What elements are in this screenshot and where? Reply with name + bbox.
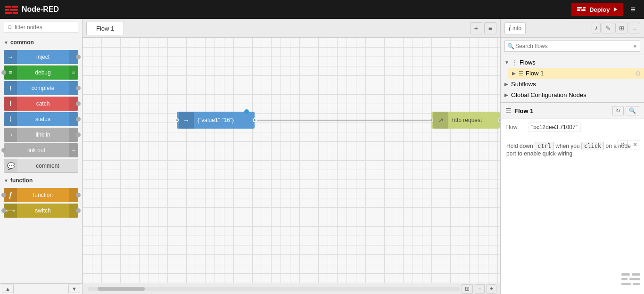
hamburger-button[interactable]: ≡ [627, 3, 639, 16]
info-refresh-button[interactable]: ↻ [612, 106, 624, 115]
tree-subflows-row[interactable]: ▶ Subflows [501, 79, 644, 90]
debug-port-left [1, 70, 6, 75]
node-panel-scroll-controls: ▲ ▼ [0, 283, 82, 294]
node-status[interactable]: ⌇ status [4, 112, 78, 126]
node-catch[interactable]: ! catch [4, 97, 78, 111]
common-label: common [10, 39, 34, 46]
svg-rect-13 [629, 278, 640, 280]
help-text-part2: when you [554, 143, 581, 149]
function-label: function [10, 177, 33, 184]
canvas-area: Flow 1 + ≡ → {"value1":"16"} [83, 19, 500, 294]
node-inject[interactable]: → inject [4, 50, 78, 64]
search-flows-input[interactable] [504, 41, 640, 52]
right-menu-button[interactable]: ≡ [629, 23, 640, 33]
inject-port-right [76, 55, 81, 59]
subflows-chevron: ▶ [504, 82, 508, 87]
help-controls: ↺ ✕ [618, 140, 640, 149]
comment-label: comment [17, 163, 78, 169]
help-close-button[interactable]: ✕ [630, 140, 640, 149]
link-in-icon: → [4, 128, 17, 142]
canvas-icon-button[interactable]: ⊞ [462, 284, 473, 294]
svg-rect-12 [621, 278, 627, 280]
deploy-label: Deploy [589, 6, 610, 13]
svg-rect-3 [10, 9, 18, 11]
canvas-scrollbar[interactable] [88, 287, 460, 291]
flow1-icon: ☰ [519, 70, 524, 77]
complete-label: complete [17, 85, 69, 91]
link-out-label: link out [4, 147, 69, 154]
svg-rect-4 [5, 12, 12, 14]
zoom-out-button[interactable]: − [475, 284, 485, 294]
right-search-area: 🔍 ▼ [501, 38, 644, 55]
link-out-port-left [1, 148, 6, 153]
svg-rect-7 [583, 7, 586, 8]
flow-connections-svg [83, 38, 500, 283]
add-flow-button[interactable]: + [470, 22, 482, 34]
node-comment[interactable]: 💬 comment [4, 159, 78, 173]
catch-icon: ! [4, 97, 17, 111]
right-tab-info[interactable]: i info [504, 22, 526, 34]
svg-rect-11 [632, 273, 640, 276]
function-port-right [76, 193, 81, 197]
status-label: status [17, 116, 69, 122]
catch-label: catch [17, 100, 69, 107]
category-function[interactable]: ▼ function [0, 174, 82, 187]
node-link-out[interactable]: link out → [4, 143, 78, 157]
category-common[interactable]: ▼ common [0, 36, 82, 49]
help-click-kbd: click [581, 142, 604, 150]
switch-port-right [76, 208, 81, 213]
canvas-scrollbar-thumb [98, 287, 145, 291]
comment-icon: 💬 [4, 159, 17, 172]
node-function[interactable]: ƒ function [4, 188, 78, 202]
common-chevron: ▼ [4, 40, 8, 45]
global-config-label: Global Configuration Nodes [511, 91, 640, 98]
status-icon: ⌇ [4, 112, 17, 126]
node-switch[interactable]: ⟷ switch [4, 204, 78, 218]
canvas-http-request-node[interactable]: ↗ http request [431, 112, 500, 129]
http-canvas-label: http request [448, 117, 498, 123]
svg-rect-0 [5, 6, 11, 8]
tree-global-config-row[interactable]: ▶ Global Configuration Nodes [501, 90, 644, 100]
http-canvas-port-left [429, 118, 433, 122]
search-dropdown-arrow: ▼ [633, 44, 637, 49]
right-info-button[interactable]: i [592, 23, 601, 33]
catch-port-right [76, 101, 81, 106]
node-complete[interactable]: ! complete [4, 81, 78, 95]
http-canvas-icon: ↗ [433, 112, 448, 129]
function-node-label: function [17, 192, 69, 198]
svg-rect-14 [621, 283, 631, 285]
scroll-up-button[interactable]: ▲ [2, 285, 14, 293]
canvas-bottom-bar: ⊞ − + [83, 283, 500, 294]
deploy-button[interactable]: Deploy [571, 3, 623, 16]
zoom-in-button[interactable]: + [487, 284, 496, 294]
tree-flows-row[interactable]: ▼ ⋮ Flows [501, 57, 644, 68]
flow-menu-button[interactable]: ≡ [484, 22, 496, 34]
inject-canvas-port-right [253, 118, 256, 122]
node-list: ▼ common → inject ≡ debug ≡ [0, 36, 82, 283]
inject-icon: → [4, 50, 17, 64]
svg-rect-2 [5, 9, 9, 11]
watermark-icon [621, 272, 640, 290]
app-name: Node-RED [22, 5, 59, 14]
right-panel-tabs: i info i ✎ ⊞ ≡ [501, 19, 644, 38]
flow-tab-1[interactable]: Flow 1 [86, 22, 124, 35]
node-debug[interactable]: ≡ debug ≡ [4, 65, 78, 80]
node-link-in[interactable]: → link in [4, 128, 78, 142]
canvas-zoom-controls: ⊞ − + [462, 284, 496, 294]
canvas-inject-node[interactable]: → {"value1":"16"} [177, 112, 255, 129]
flows-tree: ▼ ⋮ Flows ▶ ☰ Flow 1 ▶ Subflows ▶ Global… [501, 55, 644, 103]
top-right-controls: Deploy ≡ [571, 3, 639, 16]
filter-nodes-input[interactable] [4, 22, 78, 33]
flow-canvas[interactable]: → {"value1":"16"} ↗ http request [83, 38, 500, 283]
right-edit-button[interactable]: ✎ [602, 23, 614, 33]
topbar: Node-RED Deploy ≡ [0, 0, 644, 19]
info-search-button[interactable]: 🔍 [626, 106, 639, 115]
logo-icon [5, 5, 18, 14]
tree-flow1-row[interactable]: ▶ ☰ Flow 1 [508, 68, 644, 79]
info-bottom-title: Flow 1 [514, 107, 610, 114]
scroll-down-button[interactable]: ▼ [68, 285, 80, 293]
right-format-button[interactable]: ⊞ [615, 23, 628, 33]
link-in-label: link in [17, 131, 69, 138]
flow1-label: Flow 1 [526, 70, 634, 77]
help-reset-button[interactable]: ↺ [618, 140, 628, 149]
